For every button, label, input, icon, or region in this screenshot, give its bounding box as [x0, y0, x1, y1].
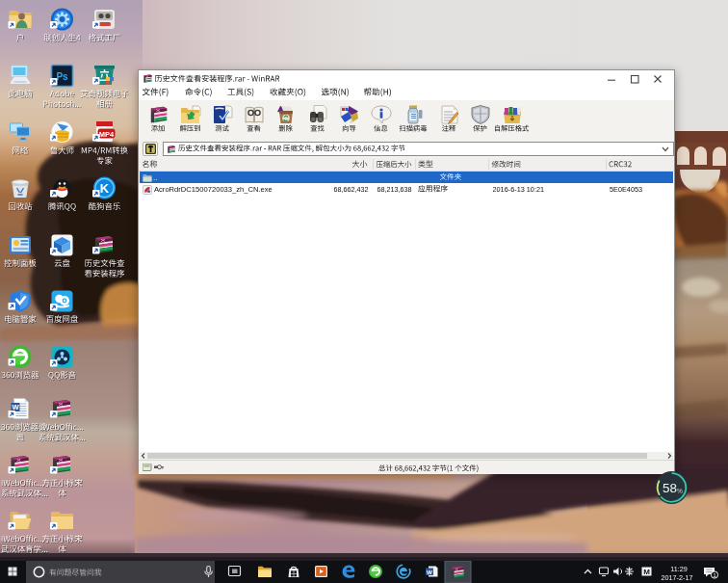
svg-text:58: 58 [663, 481, 677, 495]
svg-text:K: K [100, 181, 110, 196]
svg-text:2017-2-17: 2017-2-17 [662, 573, 693, 582]
svg-text:Ps: Ps [56, 71, 68, 82]
svg-text:W: W [427, 569, 432, 575]
svg-text:1: 1 [713, 572, 715, 578]
svg-text:M: M [643, 568, 650, 576]
svg-text:%: % [677, 488, 683, 494]
svg-text:MP4: MP4 [99, 130, 115, 139]
svg-text:W: W [12, 403, 19, 411]
svg-text:11:29: 11:29 [670, 565, 687, 573]
